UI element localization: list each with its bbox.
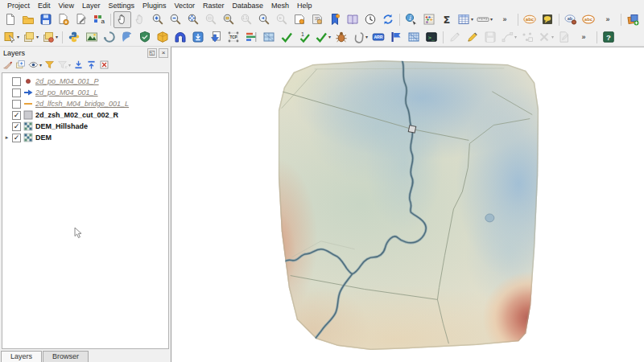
zoom-last-button[interactable]	[255, 11, 273, 28]
save-project-button[interactable]	[37, 11, 55, 28]
highlight-pinned-labels-button[interactable]	[580, 11, 597, 28]
show-spatial-bookmarks-button[interactable]	[344, 11, 361, 28]
close-panel-button[interactable]: ×	[159, 48, 168, 58]
topology-checker-button[interactable]	[295, 29, 313, 46]
statistical-summary-button[interactable]	[438, 11, 456, 28]
layer-item[interactable]: ✓DEM_Hillshade	[2, 121, 168, 132]
python-console-button[interactable]	[65, 29, 83, 46]
open-attribute-table-button[interactable]: ▾	[456, 11, 475, 28]
layer-item[interactable]: 2d_po_M04_001_L	[2, 87, 168, 98]
freehand-plugin-button[interactable]	[171, 29, 189, 46]
new-spatial-bookmark-button[interactable]	[326, 11, 344, 28]
modify-attributes-button[interactable]	[555, 29, 573, 46]
pan-map-button[interactable]	[114, 11, 131, 28]
menu-mesh[interactable]: Mesh	[267, 2, 293, 10]
layer-visibility-checkbox[interactable]	[12, 88, 21, 97]
new-3d-map-view-button[interactable]	[308, 11, 326, 28]
zoom-full-extent-button[interactable]	[184, 11, 202, 28]
menu-view[interactable]: View	[55, 2, 78, 10]
identify-features-button[interactable]	[402, 11, 420, 28]
filter-by-expression-button[interactable]: ▾	[56, 60, 72, 70]
layer-item[interactable]: ✓2d_zsh_M02_cut_002_R	[2, 109, 168, 121]
measure-line-button[interactable]: ▾	[475, 11, 494, 28]
layer-visibility-checkbox[interactable]: ✓	[12, 122, 21, 131]
new-map-view-button[interactable]	[291, 11, 308, 28]
add-layer-button[interactable]	[624, 11, 642, 28]
download-layer-button[interactable]	[189, 29, 207, 46]
field-calculator-button[interactable]	[420, 11, 438, 28]
open-layer-styling-button[interactable]	[2, 60, 14, 70]
pan-to-selection-button[interactable]	[131, 11, 149, 28]
menu-layer[interactable]: Layer	[78, 2, 105, 10]
digitizing-overflow-button[interactable]: »	[573, 29, 594, 46]
manage-map-themes-button[interactable]: ▾	[27, 60, 43, 70]
style-manager-button[interactable]	[90, 11, 108, 28]
python-terminal-button[interactable]	[423, 29, 440, 46]
selected-feature-marker[interactable]	[408, 125, 415, 133]
menu-vector[interactable]: Vector	[170, 2, 199, 10]
attachments-plugin-button[interactable]: ▾	[350, 29, 369, 46]
tcp-connection-plugin-button[interactable]	[225, 29, 242, 46]
menu-edit[interactable]: Edit	[34, 2, 55, 10]
expand-all-button[interactable]	[72, 60, 85, 70]
menu-help[interactable]: Help	[293, 2, 316, 10]
layer-visibility-checkbox[interactable]	[12, 77, 21, 86]
select-by-location-button[interactable]: ▾	[40, 29, 60, 46]
mesh-grid-plugin-button[interactable]	[405, 29, 423, 46]
menu-database[interactable]: Database	[229, 2, 268, 10]
layer-labeling-button[interactable]	[521, 11, 539, 28]
show-layout-manager-button[interactable]	[72, 11, 90, 28]
menu-raster[interactable]: Raster	[199, 2, 229, 10]
tab-layers[interactable]: Layers	[1, 351, 42, 362]
layer-item[interactable]: 2d_lfcsh_M04_bridge_001_L	[2, 98, 168, 109]
current-edits-button[interactable]	[446, 29, 464, 46]
deselect-features-button[interactable]: ▾	[21, 29, 40, 46]
zoom-next-button[interactable]	[273, 11, 291, 28]
select-features-button[interactable]: ▾	[2, 29, 21, 46]
float-panel-button[interactable]: ◱	[147, 48, 157, 58]
expander-icon[interactable]: ▸	[4, 134, 10, 141]
geometry-checker-button[interactable]	[278, 29, 295, 46]
collapse-all-button[interactable]	[85, 60, 97, 70]
check-validity-button[interactable]: ▾	[313, 29, 332, 46]
layer-visibility-checkbox[interactable]: ✓	[12, 134, 21, 142]
layer-item[interactable]: ▸✓DEM	[2, 132, 168, 143]
temporal-controller-button[interactable]	[361, 11, 379, 28]
zoom-in-button[interactable]	[149, 11, 167, 28]
crayfish-plugin-button[interactable]	[118, 29, 136, 46]
zoom-native-resolution-button[interactable]	[237, 11, 255, 28]
menu-plugins[interactable]: Plugins	[138, 2, 171, 10]
labels-overflow-button[interactable]: »	[597, 11, 618, 28]
georeferencer-button[interactable]	[260, 29, 278, 46]
open-project-button[interactable]	[19, 11, 37, 28]
toggle-editing-button[interactable]	[464, 29, 481, 46]
refresh-map-button[interactable]	[379, 11, 397, 28]
map-tips-button[interactable]	[539, 11, 556, 28]
new-print-layout-button[interactable]	[55, 11, 72, 28]
qfield-sync-plugin-button[interactable]	[136, 29, 154, 46]
layer-visibility-checkbox[interactable]	[12, 100, 21, 109]
import-layer-button[interactable]	[207, 29, 225, 46]
save-layer-edits-button[interactable]	[481, 29, 499, 46]
layer-visibility-checkbox[interactable]: ✓	[12, 111, 21, 120]
delete-selected-button[interactable]: ▾	[536, 29, 555, 46]
map-canvas[interactable]	[171, 47, 644, 362]
array-plugin-button[interactable]	[369, 29, 387, 46]
zoom-out-button[interactable]	[167, 11, 184, 28]
zoom-to-layer-button[interactable]	[220, 11, 237, 28]
profile-tool-plugin-button[interactable]	[242, 29, 260, 46]
filter-legend-button[interactable]	[43, 60, 56, 70]
menu-project[interactable]: Project	[3, 2, 34, 10]
menu-settings[interactable]: Settings	[104, 2, 138, 10]
flag-plugin-button[interactable]	[387, 29, 405, 46]
attributes-overflow-button[interactable]: »	[494, 11, 515, 28]
zoom-to-selection-button[interactable]	[202, 11, 220, 28]
new-project-button[interactable]	[2, 11, 19, 28]
remove-layer-button[interactable]	[98, 60, 110, 70]
terrain-shading-plugin-button[interactable]	[83, 29, 101, 46]
digitize-line-button[interactable]: ▾	[499, 29, 518, 46]
add-group-button[interactable]	[14, 60, 27, 70]
qgis2threejs-plugin-button[interactable]	[154, 29, 171, 46]
tab-browser[interactable]: Browser	[43, 351, 89, 362]
quickmapservices-plugin-button[interactable]	[101, 29, 118, 46]
